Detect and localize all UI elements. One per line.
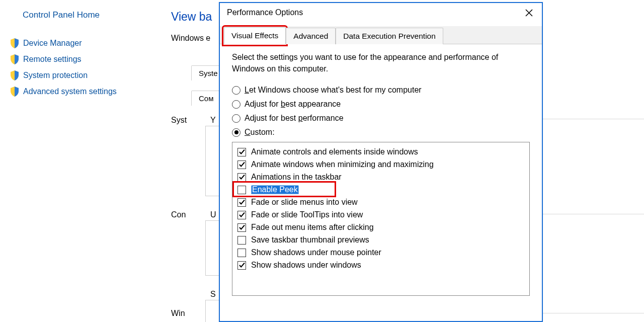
bg-label-u: U <box>210 210 216 219</box>
dialog-titlebar: Performance Options <box>220 3 542 26</box>
radio-icon <box>232 114 240 123</box>
sidebar-link-label: Remote settings <box>23 55 82 64</box>
radio-label: Adjust for best appearance <box>245 100 341 109</box>
radio-label: Custom: <box>245 128 275 137</box>
check-label: Animate controls and elements inside win… <box>251 147 418 156</box>
check-fade-or-slide-menus-into-view[interactable]: Fade or slide menus into view <box>235 197 526 208</box>
radio-label: Adjust for best performance <box>245 114 344 123</box>
check-label: Animations in the taskbar <box>251 173 342 182</box>
shield-icon <box>10 87 19 97</box>
bg-label-con: Con <box>171 210 186 219</box>
check-label: Save taskbar thumbnail previews <box>251 235 369 245</box>
tab-data-execution-prevention[interactable]: Data Execution Prevention <box>336 28 443 44</box>
bg-divider-1 <box>538 119 644 119</box>
checkbox-icon <box>237 236 246 245</box>
radio-option-0[interactable]: Let Windows choose what's best for my co… <box>232 86 530 95</box>
radio-label: Let Windows choose what's best for my co… <box>245 86 422 95</box>
checkbox-icon <box>237 186 246 194</box>
bg-label-y: Y <box>210 116 216 125</box>
check-label: Fade or slide ToolTips into view <box>251 210 363 219</box>
close-button[interactable] <box>521 8 537 19</box>
bg-divider-3 <box>538 313 644 313</box>
check-animate-windows-when-minimizing-and-maximizing[interactable]: Animate windows when minimizing and maxi… <box>235 159 526 170</box>
checkbox-icon <box>237 160 246 169</box>
radio-icon <box>232 86 240 95</box>
sidebar-link-advanced-system-settings[interactable]: Advanced system settings <box>10 87 151 97</box>
check-animations-in-the-taskbar[interactable]: Animations in the taskbar <box>235 172 526 183</box>
check-show-shadows-under-windows[interactable]: Show shadows under windows <box>235 260 526 271</box>
instruction-text: Select the settings you want to use for … <box>232 51 504 74</box>
sidebar-link-device-manager[interactable]: Device Manager <box>10 38 151 48</box>
sidebar-link-label: Advanced system settings <box>23 87 117 96</box>
shield-icon <box>10 54 19 64</box>
checkbox-icon <box>237 198 246 207</box>
sidebar-link-system-protection[interactable]: System protection <box>10 70 151 80</box>
radio-option-2[interactable]: Adjust for best performance <box>232 114 530 123</box>
check-label: Fade out menu items after clicking <box>251 223 374 232</box>
radio-icon <box>232 128 240 137</box>
checkbox-icon <box>237 249 246 257</box>
bg-label-s: S <box>210 290 216 299</box>
check-fade-out-menu-items-after-clicking[interactable]: Fade out menu items after clicking <box>235 222 526 233</box>
radio-option-1[interactable]: Adjust for best appearance <box>232 100 530 109</box>
control-panel-home-link[interactable]: Control Panel Home <box>10 10 151 20</box>
checkbox-icon <box>237 148 246 156</box>
check-label: Fade or slide menus into view <box>251 198 358 207</box>
sidebar-link-label: System protection <box>23 71 88 80</box>
visual-effects-checklist[interactable]: Animate controls and elements inside win… <box>232 142 530 296</box>
checkbox-icon <box>237 211 246 219</box>
bg-divider-2 <box>538 214 644 214</box>
shield-icon <box>10 38 19 48</box>
check-label: Show shadows under windows <box>251 261 361 270</box>
check-label: Show shadows under mouse pointer <box>251 248 381 257</box>
check-label: Enable Peek <box>251 185 299 194</box>
check-show-shadows-under-mouse-pointer[interactable]: Show shadows under mouse pointer <box>235 247 526 258</box>
bg-tab-computer[interactable]: Coм <box>191 91 221 106</box>
sidebar-link-remote-settings[interactable]: Remote settings <box>10 54 151 64</box>
sidebar-link-label: Device Manager <box>23 39 82 48</box>
checkbox-icon <box>237 223 246 232</box>
close-icon <box>525 9 533 17</box>
tab-visual-effects[interactable]: Visual Effects <box>224 27 286 44</box>
check-save-taskbar-thumbnail-previews[interactable]: Save taskbar thumbnail previews <box>235 234 526 246</box>
check-fade-or-slide-tooltips-into-view[interactable]: Fade or slide ToolTips into view <box>235 209 526 220</box>
bg-label-win: Win <box>171 309 185 318</box>
performance-options-dialog: Performance Options Visual EffectsAdvanc… <box>219 2 543 322</box>
shield-icon <box>10 70 19 80</box>
sidebar: Control Panel Home Device ManagerRemote … <box>10 10 151 103</box>
dialog-tab-strip: Visual EffectsAdvancedData Execution Pre… <box>220 26 542 44</box>
check-enable-peek[interactable]: Enable Peek <box>235 184 526 195</box>
check-label: Animate windows when minimizing and maxi… <box>251 160 434 169</box>
radio-icon <box>232 100 240 109</box>
visual-effects-tab-body: Select the settings you want to use for … <box>220 44 542 296</box>
checkbox-icon <box>237 261 246 270</box>
dialog-title: Performance Options <box>227 8 303 17</box>
check-animate-controls-and-elements-inside-windows[interactable]: Animate controls and elements inside win… <box>235 146 526 157</box>
tab-advanced[interactable]: Advanced <box>286 28 336 44</box>
bg-label-system: Syst <box>171 116 187 125</box>
radio-option-3[interactable]: Custom: <box>232 128 530 137</box>
checkbox-icon <box>237 173 246 182</box>
